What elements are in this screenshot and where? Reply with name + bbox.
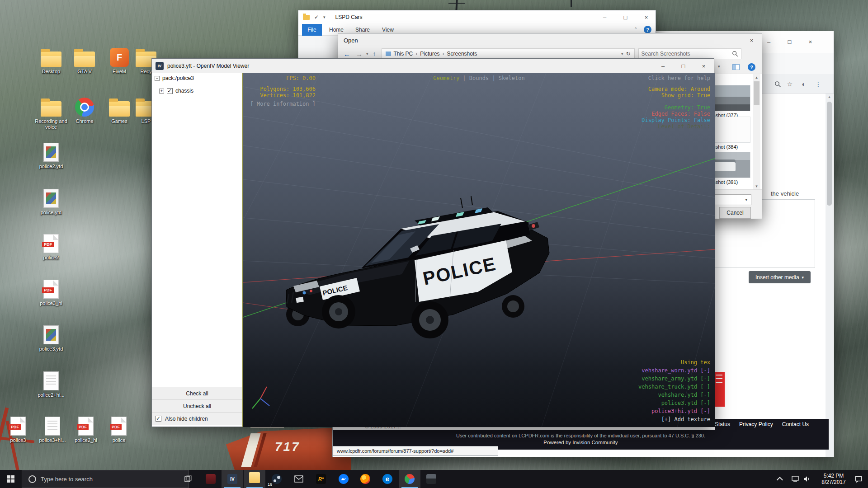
desktop-icon-desktop[interactable]: Desktop bbox=[34, 45, 68, 75]
bookmark-star-icon[interactable]: ☆ bbox=[784, 79, 795, 89]
network-icon[interactable] bbox=[790, 470, 800, 488]
openiv-close-button[interactable]: × bbox=[693, 59, 714, 73]
desktop-icon-police-ytd[interactable]: police.ytd bbox=[34, 186, 68, 216]
mode-skeleton[interactable]: Skeleton bbox=[499, 75, 525, 81]
taskbar-icon-app-maroon[interactable] bbox=[200, 470, 222, 488]
uncheck-all-button[interactable]: Uncheck all bbox=[152, 399, 242, 412]
edged-faces-flag[interactable]: Edged Faces: False bbox=[642, 111, 710, 117]
mode-geometry[interactable]: Geometry bbox=[433, 75, 459, 81]
texture-item[interactable]: vehshare_army.ytd [-] bbox=[638, 375, 710, 383]
footer-link-contact[interactable]: Contact Us bbox=[782, 421, 809, 427]
taskbar-icon-openiv[interactable]: IV bbox=[222, 470, 243, 488]
texture-item[interactable]: vehshare.ytd [-] bbox=[638, 391, 710, 399]
open-dialog-close-button[interactable]: × bbox=[741, 33, 762, 47]
open-dialog-titlebar[interactable]: Open × bbox=[338, 33, 762, 47]
taskbar-icon-edge[interactable]: e bbox=[377, 470, 398, 488]
refresh-icon[interactable]: ↻ bbox=[626, 51, 630, 57]
breadcrumb-pictures[interactable]: Pictures bbox=[420, 51, 439, 57]
menu-dots-icon[interactable]: ⋮ bbox=[813, 79, 824, 89]
desktop-icon-gtav[interactable]: GTA V bbox=[67, 45, 102, 75]
explorer-maximize-button[interactable]: □ bbox=[615, 10, 636, 24]
police-car-model[interactable]: POLICE POLICE bbox=[281, 182, 552, 344]
back-arrow-icon[interactable]: ← bbox=[344, 50, 350, 58]
start-button[interactable] bbox=[0, 470, 22, 488]
desktop-icon-police2-ytd[interactable]: police2.ytd bbox=[34, 140, 68, 169]
dialog-help-icon[interactable]: ? bbox=[748, 63, 755, 71]
taskbar-clock[interactable]: 5:42 PM 8/27/2017 bbox=[816, 473, 851, 485]
explorer-titlebar[interactable]: ✓ ▾ LSPD Cars – □ × bbox=[298, 10, 656, 24]
explorer-close-button[interactable]: × bbox=[636, 10, 656, 24]
cancel-button[interactable]: Cancel bbox=[719, 207, 751, 219]
profile-icon[interactable]: ◐ bbox=[798, 79, 809, 89]
texture-item[interactable]: police3+hi.ytd [-] bbox=[638, 407, 710, 415]
desktop-icon-police3-hi-pdf[interactable]: police3_hi bbox=[34, 277, 68, 306]
scrollbar-thumb[interactable] bbox=[754, 81, 760, 105]
qat-check-icon[interactable]: ✓ bbox=[314, 14, 319, 20]
desktop-icon-police2-hi-file[interactable]: police2+hi... bbox=[34, 369, 68, 398]
display-points-flag[interactable]: Display Points: False bbox=[642, 117, 710, 123]
taskbar-icon-firefox[interactable] bbox=[354, 470, 376, 488]
more-information-link[interactable]: [ More information ] bbox=[248, 101, 316, 107]
chassis-checkbox[interactable] bbox=[167, 88, 173, 94]
texture-item[interactable]: vehshare_truck.ytd [-] bbox=[638, 383, 710, 391]
browser-maximize-button[interactable]: □ bbox=[779, 35, 800, 48]
desktop-icon-police-pdf[interactable]: police bbox=[102, 414, 136, 443]
taskbar-icon-mail[interactable] bbox=[288, 470, 310, 488]
qat-customize-chevron-icon[interactable]: ▾ bbox=[323, 15, 326, 19]
file-list-scrollbar[interactable]: ▴ ▾ bbox=[753, 74, 760, 189]
view-options-chevron-icon[interactable]: ▾ bbox=[718, 64, 720, 69]
scroll-down-arrow-icon[interactable]: ▾ bbox=[753, 183, 760, 189]
taskbar-icon-app-dark[interactable] bbox=[420, 470, 442, 488]
breadcrumb[interactable]: This PC › Pictures › Screenshots ▾ ↻ bbox=[382, 48, 635, 59]
add-texture-button[interactable]: [+] Add texture bbox=[638, 415, 710, 423]
scroll-up-arrow-icon[interactable]: ▴ bbox=[753, 74, 760, 80]
scroll-up-arrow-icon[interactable]: ▴ bbox=[826, 94, 833, 100]
taskbar-icon-file-explorer[interactable] bbox=[244, 470, 265, 488]
taskbar-search[interactable] bbox=[22, 470, 189, 488]
footer-link-privacy[interactable]: Privacy Policy bbox=[739, 421, 773, 427]
help-link[interactable]: Click here for help bbox=[642, 75, 710, 81]
taskbar-icon-messenger[interactable] bbox=[333, 470, 354, 488]
desktop-icon-police2-hi-pdf[interactable]: police2_hi bbox=[69, 414, 103, 443]
browser-scrollbar[interactable]: ▴ bbox=[826, 94, 833, 457]
insert-other-media-button[interactable]: Insert other media ▾ bbox=[749, 271, 811, 283]
desktop-icon-police2-pdf[interactable]: police2 bbox=[34, 231, 68, 261]
check-all-button[interactable]: Check all bbox=[152, 387, 242, 399]
openiv-minimize-button[interactable]: – bbox=[653, 59, 673, 73]
browser-scrollbar-thumb[interactable] bbox=[827, 102, 832, 206]
geometry-flag[interactable]: Geometry: True bbox=[642, 104, 710, 111]
search-input[interactable] bbox=[642, 51, 726, 57]
desktop-icon-police3-ytd[interactable]: police3.ytd bbox=[34, 323, 68, 352]
action-center-icon[interactable] bbox=[854, 470, 863, 488]
search-icon[interactable] bbox=[732, 51, 738, 57]
taskbar-icon-steam[interactable]: 16 bbox=[266, 470, 288, 488]
openiv-maximize-button[interactable]: □ bbox=[673, 59, 693, 73]
desktop-icon-recording[interactable]: Recording and voice bbox=[34, 95, 68, 130]
preview-pane-icon[interactable] bbox=[732, 64, 740, 70]
tree-root-row[interactable]: − pack:/police3 bbox=[155, 75, 194, 81]
tray-expand-chevron-icon[interactable] bbox=[777, 477, 783, 483]
texture-item[interactable]: vehshare_worn.ytd [-] bbox=[638, 366, 710, 375]
openiv-titlebar[interactable]: IV police3.yft - OpenIV Model Viewer – □… bbox=[152, 59, 714, 73]
collapse-expander-icon[interactable]: − bbox=[155, 76, 160, 81]
expand-expander-icon[interactable]: + bbox=[159, 89, 164, 94]
recent-locations-chevron-icon[interactable]: ▾ bbox=[366, 52, 368, 56]
desktop-icon-police3-hi-file[interactable]: police3+hi... bbox=[35, 414, 70, 443]
explorer-minimize-button[interactable]: – bbox=[594, 10, 615, 24]
browser-close-button[interactable]: × bbox=[800, 35, 821, 48]
footer-powered[interactable]: Powered by Invision Community bbox=[333, 438, 829, 445]
explorer-help-icon[interactable]: ? bbox=[644, 26, 651, 33]
desktop-icon-police3-pdf[interactable]: police3 bbox=[1, 414, 35, 443]
taskbar-icon-chrome[interactable] bbox=[399, 470, 420, 488]
texture-item[interactable]: police3.ytd [-] bbox=[638, 399, 710, 407]
up-arrow-icon[interactable]: ↑ bbox=[373, 50, 376, 57]
zoom-icon[interactable] bbox=[772, 79, 783, 89]
volume-icon[interactable] bbox=[802, 470, 812, 488]
forward-arrow-icon[interactable]: → bbox=[356, 50, 363, 58]
ribbon-collapse-icon[interactable]: ⌃ bbox=[634, 27, 637, 32]
also-hide-children-row[interactable]: Also hide children bbox=[152, 412, 242, 425]
task-view-button[interactable] bbox=[177, 470, 199, 488]
taskbar-icon-rockstar[interactable]: R* bbox=[310, 470, 332, 488]
search-box[interactable] bbox=[638, 48, 741, 59]
tab-file[interactable]: File bbox=[302, 24, 322, 36]
